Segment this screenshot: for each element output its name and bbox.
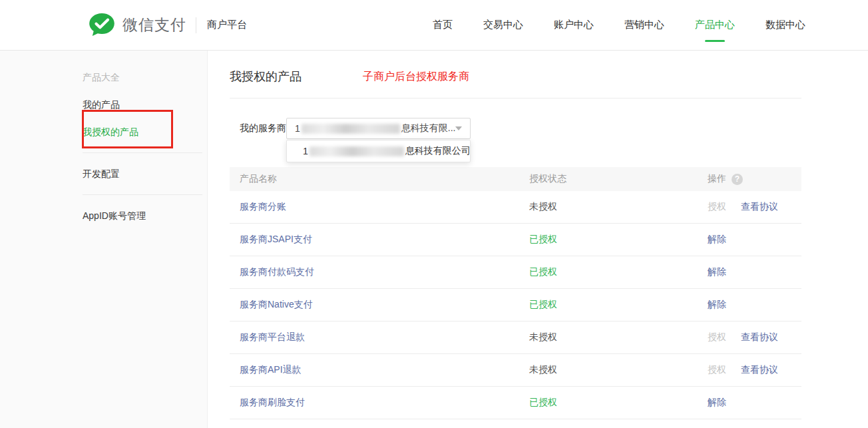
table-row: 服务商付款码支付已授权解除 bbox=[230, 256, 801, 289]
table-row: 服务商分账未授权授权查看协议 bbox=[230, 191, 801, 224]
products-table: 产品名称 授权状态 操作 ? 服务商分账未授权授权查看协议服务商JSAPI支付已… bbox=[230, 167, 801, 419]
select-text-prefix: 1 bbox=[295, 123, 300, 134]
row-actions: 授权查看协议 bbox=[708, 331, 801, 343]
sidebar-item[interactable]: AppID账号管理 bbox=[0, 209, 207, 222]
logo-divider bbox=[196, 17, 196, 33]
row-actions: 解除 bbox=[708, 299, 801, 311]
row-actions: 授权查看协议 bbox=[708, 364, 801, 376]
product-name-cell: 服务商刷脸支付 bbox=[230, 397, 529, 409]
auth-status: 已授权 bbox=[529, 299, 708, 311]
product-name-cell: 服务商API退款 bbox=[230, 364, 529, 376]
authorize-link[interactable]: 授权 bbox=[708, 331, 726, 343]
revoke-link[interactable]: 解除 bbox=[708, 299, 726, 311]
col-header-auth-status: 授权状态 bbox=[529, 173, 708, 185]
row-actions: 解除 bbox=[708, 234, 801, 246]
sidebar-item[interactable]: 开发配置 bbox=[0, 167, 207, 180]
revoke-link[interactable]: 解除 bbox=[708, 266, 726, 278]
table-row: 服务商API退款未授权授权查看协议 bbox=[230, 354, 801, 387]
provider-select[interactable]: 1 息科技有限... bbox=[286, 118, 471, 139]
revoke-link[interactable]: 解除 bbox=[708, 397, 726, 409]
redacted-company-name bbox=[310, 146, 404, 156]
sidebar-item[interactable]: 我的产品 bbox=[0, 98, 207, 111]
sidebar-divider bbox=[83, 194, 202, 195]
product-name-cell: 服务商付款码支付 bbox=[230, 266, 529, 278]
logo-text: 微信支付 bbox=[122, 15, 186, 35]
sidebar-item: 产品大全 bbox=[0, 71, 207, 84]
auth-status: 未授权 bbox=[529, 331, 708, 343]
annotation-text: 子商户后台授权服务商 bbox=[363, 70, 469, 84]
nav-item[interactable]: 账户中心 bbox=[554, 19, 594, 31]
product-name-link[interactable]: 服务商Native支付 bbox=[240, 299, 313, 310]
auth-status: 已授权 bbox=[529, 397, 708, 409]
product-name-cell: 服务商平台退款 bbox=[230, 331, 529, 343]
auth-status: 未授权 bbox=[529, 364, 708, 376]
provider-label: 我的服务商 bbox=[230, 122, 286, 134]
nav-item[interactable]: 产品中心 bbox=[695, 19, 735, 31]
product-name-link[interactable]: 服务商平台退款 bbox=[240, 331, 305, 342]
sidebar-items: 产品大全我的产品我授权的产品开发配置AppID账号管理 bbox=[0, 71, 207, 222]
view-agreement-link[interactable]: 查看协议 bbox=[741, 201, 778, 213]
col-header-product-name: 产品名称 bbox=[230, 173, 529, 185]
option-text-suffix: 息科技有限公司 bbox=[405, 145, 471, 157]
nav-item[interactable]: 首页 bbox=[433, 19, 453, 31]
provider-option[interactable]: 1 息科技有限公司 bbox=[287, 140, 470, 162]
product-name-link[interactable]: 服务商刷脸支付 bbox=[240, 397, 305, 407]
col-header-action-label: 操作 bbox=[708, 173, 726, 185]
help-icon[interactable]: ? bbox=[732, 174, 743, 185]
layout: 产品大全我的产品我授权的产品开发配置AppID账号管理 我授权的产品 子商户后台… bbox=[0, 51, 868, 428]
table-row: 服务商Native支付已授权解除 bbox=[230, 289, 801, 321]
product-name-cell: 服务商Native支付 bbox=[230, 299, 529, 311]
authorize-link[interactable]: 授权 bbox=[708, 201, 726, 213]
product-name-link[interactable]: 服务商API退款 bbox=[240, 364, 302, 375]
top-header: 微信支付 商户平台 首页交易中心账户中心营销中心产品中心数据中心 bbox=[0, 0, 868, 51]
nav-item[interactable]: 交易中心 bbox=[483, 19, 523, 31]
main-inner: 我授权的产品 子商户后台授权服务商 我的服务商 1 息科技有限... 1 bbox=[230, 51, 801, 419]
product-name-link[interactable]: 服务商分账 bbox=[240, 201, 286, 212]
nav-item[interactable]: 营销中心 bbox=[624, 19, 664, 31]
table-body: 服务商分账未授权授权查看协议服务商JSAPI支付已授权解除服务商付款码支付已授权… bbox=[230, 191, 801, 419]
product-name-link[interactable]: 服务商JSAPI支付 bbox=[240, 234, 312, 244]
main-nav: 首页交易中心账户中心营销中心产品中心数据中心 bbox=[433, 19, 805, 31]
col-header-action: 操作 ? bbox=[708, 173, 801, 185]
sidebar-item[interactable]: 我授权的产品 bbox=[0, 125, 207, 138]
product-name-cell: 服务商分账 bbox=[230, 201, 529, 213]
table-row: 服务商平台退款未授权授权查看协议 bbox=[230, 321, 801, 354]
authorize-link[interactable]: 授权 bbox=[708, 364, 726, 376]
view-agreement-link[interactable]: 查看协议 bbox=[741, 364, 778, 376]
auth-status: 已授权 bbox=[529, 234, 708, 246]
row-actions: 解除 bbox=[708, 266, 801, 278]
provider-row: 我的服务商 1 息科技有限... 1 息科技有限公司 bbox=[230, 118, 801, 139]
title-divider bbox=[230, 98, 801, 99]
sidebar-divider bbox=[83, 152, 202, 153]
title-row: 我授权的产品 子商户后台授权服务商 bbox=[230, 51, 801, 85]
main-content: 我授权的产品 子商户后台授权服务商 我的服务商 1 息科技有限... 1 bbox=[208, 51, 868, 428]
wechat-pay-logo-icon bbox=[89, 13, 115, 37]
nav-item[interactable]: 数据中心 bbox=[765, 19, 805, 31]
chevron-down-icon bbox=[455, 126, 462, 130]
select-text-suffix: 息科技有限... bbox=[401, 122, 456, 134]
product-name-cell: 服务商JSAPI支付 bbox=[230, 234, 529, 246]
page: 微信支付 商户平台 首页交易中心账户中心营销中心产品中心数据中心 产品大全我的产… bbox=[0, 0, 868, 428]
row-actions: 授权查看协议 bbox=[708, 201, 801, 213]
table-header: 产品名称 授权状态 操作 ? bbox=[230, 167, 801, 191]
auth-status: 已授权 bbox=[529, 266, 708, 278]
auth-status: 未授权 bbox=[529, 201, 708, 213]
revoke-link[interactable]: 解除 bbox=[708, 234, 726, 246]
option-text-prefix: 1 bbox=[303, 146, 308, 156]
logo-group: 微信支付 商户平台 bbox=[89, 13, 247, 37]
redacted-company-name bbox=[302, 124, 400, 134]
product-name-link[interactable]: 服务商付款码支付 bbox=[240, 266, 314, 277]
platform-title: 商户平台 bbox=[207, 19, 247, 31]
view-agreement-link[interactable]: 查看协议 bbox=[741, 331, 778, 343]
table-row: 服务商JSAPI支付已授权解除 bbox=[230, 224, 801, 256]
provider-dropdown-panel: 1 息科技有限公司 bbox=[286, 140, 471, 162]
page-title: 我授权的产品 bbox=[230, 69, 302, 85]
sidebar: 产品大全我的产品我授权的产品开发配置AppID账号管理 bbox=[0, 51, 208, 428]
table-row: 服务商刷脸支付已授权解除 bbox=[230, 387, 801, 419]
row-actions: 解除 bbox=[708, 397, 801, 409]
